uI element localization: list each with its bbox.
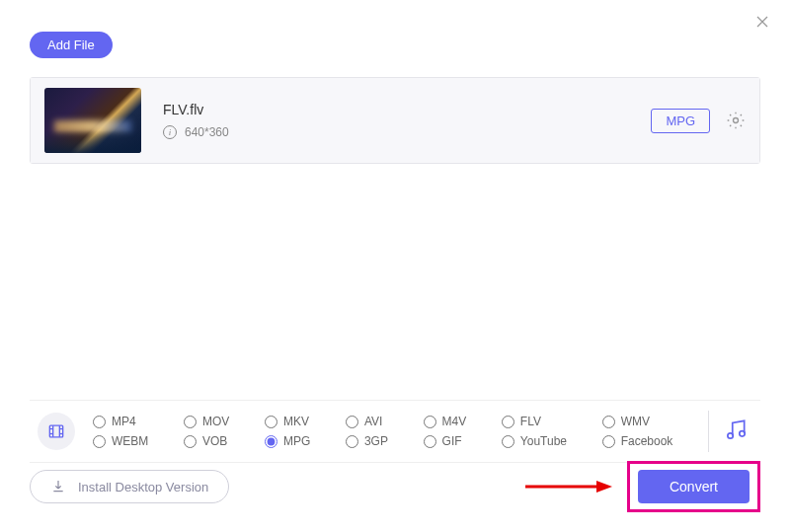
video-thumbnail [44,88,141,153]
convert-button[interactable]: Convert [638,470,750,503]
format-option-mov[interactable]: MOV [184,415,261,428]
format-label: WEBM [112,434,148,448]
bottom-bar: Install Desktop Version Convert [30,461,760,512]
gear-icon[interactable] [726,111,746,130]
format-label: Facebook [621,434,673,448]
format-option-gif[interactable]: GIF [424,434,498,448]
format-label: MPG [283,434,310,448]
format-label: GIF [442,434,462,448]
format-label: WMV [621,415,650,428]
install-desktop-label: Install Desktop Version [78,480,208,494]
format-option-flv[interactable]: FLV [502,415,598,428]
info-icon: i [163,125,177,139]
svg-rect-1 [49,425,62,437]
format-option-vob[interactable]: VOB [184,434,261,448]
close-icon[interactable] [752,12,772,36]
format-label: M4V [442,415,467,428]
music-icon[interactable] [723,417,749,446]
format-label: MKV [283,415,309,428]
format-option-youtube[interactable]: YouTube [502,434,598,448]
format-option-mp4[interactable]: MP4 [93,415,180,428]
format-label: FLV [520,415,541,428]
add-file-button[interactable]: Add File [30,32,113,58]
file-row: FLV.flv i 640*360 MPG [31,78,759,163]
install-desktop-button[interactable]: Install Desktop Version [30,470,229,503]
file-list: FLV.flv i 640*360 MPG [30,77,760,164]
divider [708,411,709,452]
format-option-mkv[interactable]: MKV [265,415,342,428]
file-resolution: 640*360 [185,125,229,139]
svg-point-0 [734,118,739,123]
format-label: YouTube [520,434,567,448]
format-label: 3GP [364,434,388,448]
output-format-badge[interactable]: MPG [651,109,710,133]
file-name: FLV.flv [163,102,651,117]
format-label: MOV [202,415,229,428]
format-option-m4v[interactable]: M4V [424,415,498,428]
format-option-webm[interactable]: WEBM [93,434,180,448]
convert-highlight: Convert [627,461,760,512]
format-bar: MP4MOVMKVAVIM4VFLVWMVWEBMVOBMPG3GPGIFYou… [30,400,760,463]
format-option-avi[interactable]: AVI [346,415,420,428]
format-label: AVI [364,415,382,428]
format-option-facebook[interactable]: Facebook [602,434,704,448]
download-icon [50,479,66,494]
format-option-mpg[interactable]: MPG [265,434,342,448]
format-label: MP4 [112,415,136,428]
format-label: VOB [202,434,227,448]
video-type-icon[interactable] [38,413,75,450]
format-option-3gp[interactable]: 3GP [346,434,420,448]
file-info: FLV.flv i 640*360 [163,102,651,139]
format-grid: MP4MOVMKVAVIM4VFLVWMVWEBMVOBMPG3GPGIFYou… [93,415,704,448]
svg-point-8 [728,433,733,438]
format-option-wmv[interactable]: WMV [602,415,704,428]
svg-point-9 [740,431,745,436]
